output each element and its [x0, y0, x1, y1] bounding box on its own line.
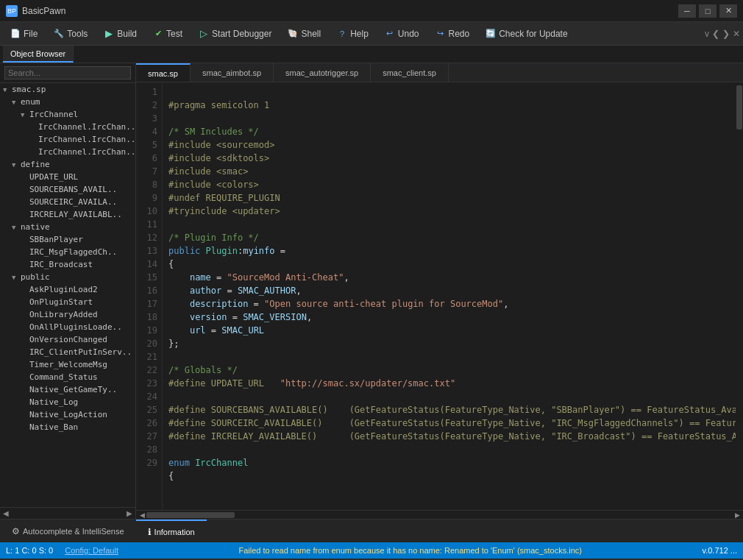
tree-node-enum[interactable]: ▼ enum — [0, 96, 135, 108]
status-position: L: 1 C: 0 S: 0 — [6, 546, 53, 555]
tree-node-command-status[interactable]: Command_Status — [0, 371, 135, 383]
hscroll-left-arrow[interactable]: ◀ — [138, 511, 146, 520]
tree-scroll-left[interactable]: ◀ — [3, 509, 9, 517]
menu-shell[interactable]: 🐚 Shell — [280, 26, 328, 42]
tab-smac-aimbot[interactable]: smac_aimbot.sp — [191, 63, 274, 82]
tab-object-browser[interactable]: Object Browser — [3, 46, 74, 63]
tree-node-onpluginstart[interactable]: OnPluginStart — [0, 296, 135, 308]
search-input[interactable] — [4, 66, 131, 79]
tree-node-ircchannel-1[interactable]: IrcChannel.IrcChan.. — [0, 121, 135, 133]
menu-file-label: File — [24, 29, 38, 39]
nav-close-label[interactable]: ✕ — [733, 29, 740, 39]
tab-object-browser-label: Object Browser — [10, 49, 65, 58]
app-icon: BP — [6, 5, 18, 17]
tree-node-smac-sp[interactable]: ▼ smac.sp — [0, 83, 135, 96]
tab-smac-sp[interactable]: smac.sp — [136, 63, 191, 82]
editor-tabs: smac.sp smac_aimbot.sp smac_autotrigger.… — [136, 63, 743, 82]
tab-smac-autotrigger[interactable]: smac_autotrigger.sp — [274, 63, 371, 82]
menu-build[interactable]: ▶ Build — [96, 26, 144, 42]
code-editor: 12345 678910 1112131415 1617181920 21222… — [136, 82, 743, 510]
tree-node-native-logaction[interactable]: Native_LogAction — [0, 408, 135, 421]
app-title: BasicPawn — [22, 6, 678, 16]
tree-node-public[interactable]: ▼ public — [0, 271, 135, 283]
file-icon: 📄 — [10, 29, 21, 39]
object-browser-tab-bar: Object Browser — [0, 46, 743, 63]
tree-node-onlibraryadded[interactable]: OnLibraryAdded — [0, 308, 135, 321]
tree-node-native-log[interactable]: Native_Log — [0, 396, 135, 408]
tree-node-onversionchanged[interactable]: OnVersionChanged — [0, 333, 135, 346]
tree-node-sbbanplayer[interactable]: SBBanPlayer — [0, 233, 135, 246]
horizontal-scrollbar[interactable]: ◀ ▶ — [136, 510, 743, 519]
menu-start-debugger-label: Start Debugger — [212, 29, 271, 39]
tree-node-ircchannel[interactable]: ▼ IrcChannel — [0, 108, 135, 121]
sidebar: ▼ smac.sp ▼ enum ▼ IrcChannel — [0, 63, 136, 519]
nav-next-button[interactable]: ❯ — [722, 29, 730, 39]
status-config[interactable]: Config: Default — [65, 546, 118, 555]
build-icon: ▶ — [104, 29, 114, 39]
menu-check-update[interactable]: 🔄 Check for Update — [478, 26, 575, 42]
tree-node-ircrelay[interactable]: IRCRELAY_AVAILABL.. — [0, 208, 135, 221]
tree-node-irc-broadcast[interactable]: IRC_Broadcast — [0, 258, 135, 271]
menu-help[interactable]: ? Help — [330, 26, 376, 42]
maximize-button[interactable]: □ — [699, 4, 717, 18]
tree-node-native-ban[interactable]: Native_Ban — [0, 421, 135, 433]
titlebar: BP BasicPawn ─ □ ✕ — [0, 0, 743, 22]
tree-node-sourcebans[interactable]: SOURCEBANS_AVAIL.. — [0, 183, 135, 196]
tree-node-onallplugins[interactable]: OnAllPluginsLoade.. — [0, 321, 135, 333]
help-icon: ? — [337, 29, 347, 39]
menu-undo[interactable]: ↩ Undo — [377, 26, 427, 42]
tree-node-native-getgametype[interactable]: Native_GetGameTy.. — [0, 383, 135, 396]
shell-icon: 🐚 — [288, 29, 298, 39]
tab-information[interactable]: ℹ Information — [136, 520, 207, 542]
test-icon: ✔ — [153, 29, 163, 39]
tree-node-update-url[interactable]: UPDATE_URL — [0, 171, 135, 183]
status-message: Failed to read name from enum because it… — [130, 546, 691, 555]
information-icon: ℹ — [148, 527, 152, 537]
tree-node-ircchannel-3[interactable]: IrcChannel.IrcChan.. — [0, 146, 135, 158]
bottom-panel: ⚙ Autocomplete & IntelliSense ℹ Informat… — [0, 519, 743, 542]
menu-shell-label: Shell — [301, 29, 321, 39]
tab-smac-aimbot-label: smac_aimbot.sp — [202, 68, 261, 77]
caret-smac-sp: ▼ — [3, 86, 12, 93]
object-tree: ▼ smac.sp ▼ enum ▼ IrcChannel — [0, 83, 135, 507]
tab-information-label: Information — [154, 528, 195, 536]
menu-redo[interactable]: ↪ Redo — [428, 26, 477, 42]
hscroll-thumb[interactable] — [146, 512, 235, 518]
tree-node-sourceirc[interactable]: SOURCEIRC_AVAILA.. — [0, 196, 135, 208]
redo-icon: ↪ — [436, 29, 446, 39]
menu-tools[interactable]: 🔧 Tools — [46, 26, 95, 42]
menu-start-debugger[interactable]: ▷ Start Debugger — [191, 26, 279, 42]
minimize-button[interactable]: ─ — [678, 4, 696, 18]
tab-smac-client[interactable]: smac_client.sp — [371, 63, 449, 82]
tree-node-ircchannel-2[interactable]: IrcChannel.IrcChan.. — [0, 133, 135, 146]
menu-test[interactable]: ✔ Test — [146, 26, 190, 42]
tree-node-timer-welcome[interactable]: Timer_WelcomeMsg — [0, 358, 135, 371]
search-box — [0, 63, 135, 83]
tree-node-native[interactable]: ▼ native — [0, 221, 135, 233]
close-button[interactable]: ✕ — [719, 4, 737, 18]
tools-icon: 🔧 — [54, 29, 64, 39]
tree-node-irc-msgflagged[interactable]: IRC_MsgFlaggedCh.. — [0, 246, 135, 258]
tree-node-askpluginload[interactable]: AskPluginLoad2 — [0, 283, 135, 296]
tree-node-irc-clientput[interactable]: IRC_ClientPutInServ.. — [0, 346, 135, 358]
tree-node-define[interactable]: ▼ define — [0, 158, 135, 171]
menu-file[interactable]: 📄 File — [3, 26, 45, 42]
menu-tools-label: Tools — [67, 29, 88, 39]
scrollbar-thumb[interactable] — [736, 85, 742, 130]
tab-autocomplete[interactable]: ⚙ Autocomplete & IntelliSense — [0, 520, 136, 542]
tree-scroll-right[interactable]: ▶ — [127, 509, 132, 517]
code-content[interactable]: #pragma semicolon 1 /* SM Includes */ #i… — [163, 82, 743, 510]
window-controls: ─ □ ✕ — [678, 4, 737, 18]
hscroll-track[interactable] — [146, 512, 733, 518]
menu-help-label: Help — [350, 29, 369, 39]
menu-undo-label: Undo — [398, 29, 419, 39]
tab-smac-client-label: smac_client.sp — [383, 68, 436, 77]
hscroll-right-arrow[interactable]: ▶ — [733, 511, 742, 520]
nav-prev-button[interactable]: ❮ — [712, 29, 719, 39]
status-version: v.0.712 ... — [703, 546, 738, 555]
vertical-scrollbar[interactable] — [736, 82, 743, 510]
statusbar: L: 1 C: 0 S: 0 Config: Default Failed to… — [0, 542, 743, 559]
menu-check-update-label: Check for Update — [499, 29, 567, 39]
menu-test-label: Test — [166, 29, 182, 39]
menu-redo-label: Redo — [449, 29, 470, 39]
